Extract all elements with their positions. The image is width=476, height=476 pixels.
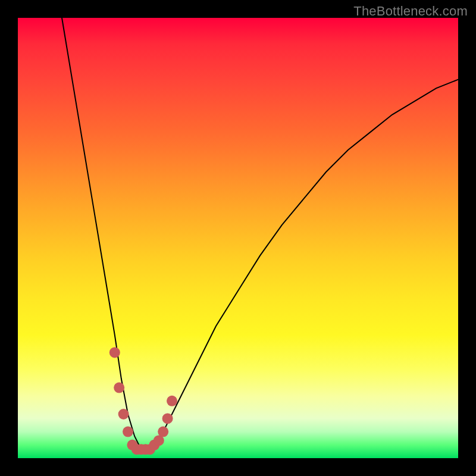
plot-area — [18, 18, 458, 458]
sensitive-zone-dot — [109, 347, 120, 358]
watermark-text: TheBottleneck.com — [353, 4, 468, 19]
sensitive-zone-dot — [114, 383, 124, 393]
curve-svg — [18, 18, 458, 458]
chart-frame: TheBottleneck.com — [0, 0, 476, 476]
sensitive-zone-dot — [162, 413, 173, 424]
sensitive-zone-dot — [118, 409, 129, 419]
sensitive-zone-dot — [123, 427, 133, 437]
sensitive-zone-dot — [167, 396, 177, 406]
sensitive-zone-dot — [158, 427, 168, 437]
